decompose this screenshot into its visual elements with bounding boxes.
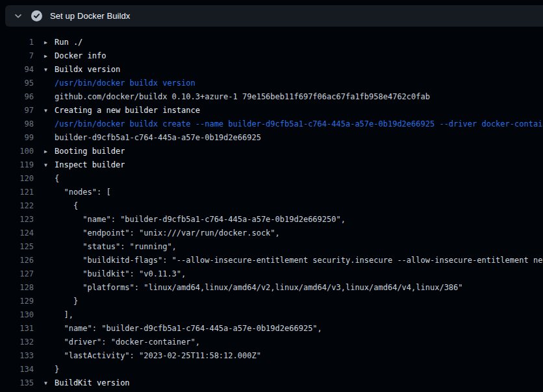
- group-toggle-arrow: [44, 281, 55, 295]
- line-number[interactable]: 97: [0, 104, 34, 117]
- line-content: "driver": "docker-container",: [34, 336, 200, 349]
- log-line: 98 /usr/bin/docker buildx create --name …: [0, 117, 543, 131]
- line-number[interactable]: 96: [0, 90, 34, 104]
- group-toggle-arrow: [44, 199, 55, 213]
- log-line[interactable]: 97 ▼ Creating a new builder instance: [0, 104, 543, 117]
- group-toggle-arrow[interactable]: ▶: [44, 36, 55, 49]
- log-text: ],: [55, 308, 73, 322]
- log-line: 133 "lastActivity": "2023-02-25T11:58:12…: [0, 349, 543, 363]
- log-text: Docker info: [55, 49, 106, 63]
- line-number[interactable]: 135: [0, 376, 34, 390]
- line-content: ▶ Run ./: [34, 36, 82, 49]
- log-console: 1 ▶ Run ./ 7 ▶ Docker info 94 ▼ Buildx v…: [0, 27, 543, 392]
- line-content: "endpoint": "unix:///var/run/docker.sock…: [34, 227, 280, 240]
- line-number[interactable]: 100: [0, 145, 34, 158]
- line-number[interactable]: 122: [0, 199, 34, 213]
- log-text: {: [55, 172, 59, 186]
- group-toggle-arrow: [44, 336, 55, 349]
- line-content: ▼ Creating a new builder instance: [34, 104, 200, 117]
- log-text: "platforms": "linux/amd64,linux/amd64/v2…: [55, 281, 463, 295]
- line-content: builder-d9cfb5a1-c764-445a-a57e-0b19d2e6…: [34, 131, 261, 145]
- line-content: "name": "builder-d9cfb5a1-c764-445a-a57e…: [34, 322, 322, 336]
- log-line: 126 "buildkitd-flags": "--allow-insecure…: [0, 254, 543, 267]
- line-content: ▼ Inspect builder: [34, 158, 125, 172]
- log-line[interactable]: 100 ▶ Booting builder: [0, 145, 543, 158]
- log-line: 129 }: [0, 295, 543, 308]
- log-text: Creating a new builder instance: [55, 104, 200, 117]
- log-line[interactable]: 119 ▼ Inspect builder: [0, 158, 543, 172]
- log-line: 122 {: [0, 199, 543, 213]
- line-number[interactable]: 127: [0, 267, 34, 281]
- line-content: ▼ BuildKit version: [34, 376, 130, 390]
- line-number[interactable]: 1: [0, 36, 34, 49]
- group-toggle-arrow[interactable]: ▼: [44, 104, 55, 117]
- line-number[interactable]: 131: [0, 322, 34, 336]
- group-toggle-arrow[interactable]: ▼: [44, 63, 55, 77]
- log-text: {: [55, 199, 78, 213]
- log-line: 121 "nodes": [: [0, 186, 543, 199]
- log-line[interactable]: 135 ▼ BuildKit version: [0, 376, 543, 390]
- line-content: /usr/bin/docker buildx create --name bui…: [34, 117, 543, 131]
- group-toggle-arrow: [44, 267, 55, 281]
- line-number[interactable]: 133: [0, 349, 34, 363]
- group-toggle-arrow: [44, 131, 55, 145]
- line-content: ▶ Docker info: [34, 49, 106, 63]
- log-line: 95 /usr/bin/docker buildx version: [0, 77, 543, 90]
- log-text: Booting builder: [55, 145, 125, 158]
- log-text: Run ./: [55, 36, 82, 49]
- line-number[interactable]: 95: [0, 77, 34, 90]
- line-number[interactable]: 124: [0, 227, 34, 240]
- line-content: /usr/bin/docker buildx version: [34, 77, 196, 90]
- line-number[interactable]: 125: [0, 240, 34, 254]
- line-number[interactable]: 120: [0, 172, 34, 186]
- line-number[interactable]: 98: [0, 117, 34, 131]
- line-content: github.com/docker/buildx 0.10.3+azure-1 …: [34, 90, 430, 104]
- log-text: "name": "builder-d9cfb5a1-c764-445a-a57e…: [55, 322, 322, 336]
- line-content: ▶ Booting builder: [34, 145, 125, 158]
- log-line: 132 "driver": "docker-container",: [0, 336, 543, 349]
- group-toggle-arrow: [44, 254, 55, 267]
- line-number[interactable]: 7: [0, 49, 34, 63]
- step-header[interactable]: Set up Docker Buildx: [5, 5, 543, 27]
- line-number[interactable]: 132: [0, 336, 34, 349]
- group-toggle-arrow[interactable]: ▼: [44, 158, 55, 172]
- line-content: {: [34, 199, 78, 213]
- line-number[interactable]: 94: [0, 63, 34, 77]
- log-text: Buildx version: [55, 63, 120, 77]
- line-number[interactable]: 134: [0, 363, 34, 376]
- log-text: }: [55, 295, 78, 308]
- step-title: Set up Docker Buildx: [50, 11, 130, 21]
- group-toggle-arrow: [44, 295, 55, 308]
- line-content: "buildkitd-flags": "--allow-insecure-ent…: [34, 254, 543, 267]
- log-line: 130 ],: [0, 308, 543, 322]
- line-number[interactable]: 129: [0, 295, 34, 308]
- line-content: "status": "running",: [34, 240, 177, 254]
- line-content: "lastActivity": "2023-02-25T11:58:12.000…: [34, 349, 261, 363]
- line-number[interactable]: 128: [0, 281, 34, 295]
- group-toggle-arrow[interactable]: ▶: [44, 49, 55, 63]
- log-line[interactable]: 7 ▶ Docker info: [0, 49, 543, 63]
- line-number[interactable]: 126: [0, 254, 34, 267]
- group-toggle-arrow[interactable]: ▶: [44, 145, 55, 158]
- log-line[interactable]: 1 ▶ Run ./: [0, 36, 543, 49]
- group-toggle-arrow: [44, 363, 55, 376]
- log-line: 123 "name": "builder-d9cfb5a1-c764-445a-…: [0, 213, 543, 227]
- log-text: Inspect builder: [55, 158, 125, 172]
- line-number[interactable]: 121: [0, 186, 34, 199]
- log-line: 131 "name": "builder-d9cfb5a1-c764-445a-…: [0, 322, 543, 336]
- line-number[interactable]: 123: [0, 213, 34, 227]
- log-text: "status": "running",: [55, 240, 177, 254]
- group-toggle-arrow: [44, 186, 55, 199]
- line-number[interactable]: 130: [0, 308, 34, 322]
- line-content: "platforms": "linux/amd64,linux/amd64/v2…: [34, 281, 463, 295]
- line-number[interactable]: 119: [0, 158, 34, 172]
- log-text: github.com/docker/buildx 0.10.3+azure-1 …: [55, 90, 430, 104]
- line-number[interactable]: 99: [0, 131, 34, 145]
- group-toggle-arrow[interactable]: ▼: [44, 376, 55, 390]
- chevron-down-icon[interactable]: [14, 12, 23, 21]
- log-text: BuildKit version: [55, 376, 130, 390]
- log-text: }: [55, 363, 59, 376]
- log-line: 127 "buildkit": "v0.11.3",: [0, 267, 543, 281]
- group-toggle-arrow: [44, 308, 55, 322]
- log-line[interactable]: 94 ▼ Buildx version: [0, 63, 543, 77]
